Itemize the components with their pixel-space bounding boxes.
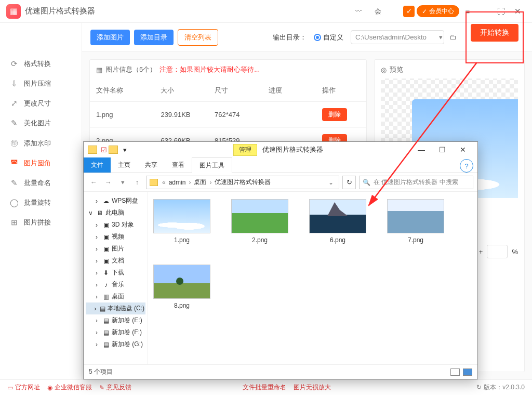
tree-icon: ▣ <box>102 233 110 241</box>
ribbon-home[interactable]: 主页 <box>111 157 138 173</box>
file-grid[interactable]: 1.png2.png6.png7.png8.png <box>148 192 477 364</box>
vip-icon[interactable]: ✓ <box>403 6 415 17</box>
file-thumbnail <box>153 199 210 233</box>
output-path-input[interactable] <box>351 30 444 44</box>
tree-node[interactable]: ›♪音乐 <box>86 279 145 291</box>
nav-history-dropdown[interactable]: ▾ <box>117 177 128 188</box>
tree-expander-icon[interactable]: › <box>93 233 100 241</box>
tree-node[interactable]: ›▣文档 <box>86 255 145 267</box>
ribbon-image-tools[interactable]: 图片工具 <box>192 157 232 173</box>
crumb-dropdown-icon[interactable]: ⌄ <box>325 179 337 186</box>
tree-expander-icon[interactable]: › <box>93 245 100 253</box>
tree-expander-icon[interactable]: › <box>93 305 98 312</box>
sidebar-item-5[interactable]: ◚图片圆角 <box>0 153 82 173</box>
file-item[interactable]: 7.png <box>387 199 444 244</box>
zoom-value-input[interactable] <box>487 245 508 258</box>
path-dropdown-icon[interactable]: ▾ <box>439 33 443 41</box>
vip-center-button[interactable]: ✓会员中心 <box>417 5 459 17</box>
nav-forward[interactable]: → <box>102 177 114 188</box>
tree-node[interactable]: ›▤新加卷 (G:) <box>86 338 145 350</box>
snake-icon: 〰 <box>351 5 365 18</box>
tree-expander-icon[interactable]: › <box>93 281 100 288</box>
footer-wechat[interactable]: ◉企业微信客服 <box>47 383 92 392</box>
file-name: 7.png <box>408 236 423 244</box>
explorer-manage-tab[interactable]: 管理 <box>233 144 257 156</box>
sidebar-item-6[interactable]: ✎批量命名 <box>0 173 82 193</box>
output-custom-radio[interactable]: 自定义 <box>314 33 343 42</box>
view-details-icon[interactable] <box>450 368 460 376</box>
add-image-button[interactable]: 添加图片 <box>90 30 130 45</box>
breadcrumb[interactable]: « admin› 桌面› 优速图片格式转换器 ⌄ <box>146 176 339 189</box>
ribbon-share[interactable]: 共享 <box>138 157 165 173</box>
sidebar-item-3[interactable]: ✎美化图片 <box>0 113 82 133</box>
hui-icon[interactable]: 会 <box>371 5 384 18</box>
tree-label: 本地磁盘 (C:) <box>108 304 144 313</box>
file-item[interactable]: 6.png <box>309 199 366 244</box>
tree-node[interactable]: ›▣3D 对象 <box>86 219 145 231</box>
tree-expander-icon[interactable]: › <box>93 198 100 205</box>
tree-node[interactable]: ›▣视频 <box>86 231 145 243</box>
tree-node[interactable]: ›▤新加卷 (E:) <box>86 314 145 326</box>
file-name: 2.png <box>252 236 268 244</box>
file-item[interactable]: 8.png <box>153 265 210 309</box>
footer-feedback[interactable]: ✎意见反馈 <box>99 383 131 392</box>
explorer-minimize[interactable]: — <box>411 142 432 157</box>
nav-up[interactable]: ↑ <box>131 177 143 188</box>
tree-label: 新加卷 (G:) <box>112 340 143 349</box>
add-dir-button[interactable]: 添加目录 <box>134 30 174 45</box>
sidebar-item-0[interactable]: ⟳格式转换 <box>0 54 82 74</box>
tree-node[interactable]: ›⬇下载 <box>86 267 145 279</box>
tree-label: 3D 对象 <box>112 220 134 229</box>
sidebar-item-7[interactable]: ◯批量旋转 <box>0 193 82 213</box>
tree-expander-icon[interactable]: › <box>93 221 100 229</box>
explorer-check-icon[interactable]: ☑ <box>99 145 109 154</box>
file-item[interactable]: 2.png <box>231 199 288 244</box>
view-thumbs-icon[interactable] <box>463 368 472 376</box>
tree-icon: ▣ <box>102 257 110 265</box>
delete-button[interactable]: 删除 <box>322 108 347 121</box>
explorer-title-dropdown[interactable]: ▾ <box>120 145 129 154</box>
clear-list-button[interactable]: 清空列表 <box>178 29 218 46</box>
file-item[interactable]: 1.png <box>153 199 210 244</box>
folder-tree[interactable]: ›☁WPS网盘∨🖥此电脑›▣3D 对象›▣视频›▣图片›▣文档›⬇下载›♪音乐›… <box>84 192 148 364</box>
tree-node[interactable]: ›▤新加卷 (F:) <box>86 326 145 338</box>
file-thumbnail <box>153 265 210 299</box>
tree-icon: 🖥 <box>96 209 103 217</box>
sidebar-item-2[interactable]: ⤢更改尺寸 <box>0 94 82 113</box>
nav-refresh[interactable]: ↻ <box>342 176 356 189</box>
ribbon-file[interactable]: 文件 <box>84 157 111 173</box>
zoom-plus-button[interactable]: + <box>479 248 483 256</box>
tree-node[interactable]: ›▥桌面 <box>86 291 145 302</box>
tree-expander-icon[interactable]: › <box>93 257 100 265</box>
explorer-search-input[interactable]: 🔍在 优速图片格式转换器 中搜索 <box>359 176 473 189</box>
footer-site[interactable]: ▭官方网址 <box>7 383 40 392</box>
tree-icon: ▤ <box>102 329 110 336</box>
ribbon-view[interactable]: 查看 <box>165 157 192 173</box>
tree-expander-icon[interactable]: › <box>93 269 100 276</box>
tree-node[interactable]: ›▣图片 <box>86 243 145 255</box>
tree-node[interactable]: ∨🖥此电脑 <box>86 207 145 219</box>
nav-back[interactable]: ← <box>88 177 99 188</box>
browse-folder-icon[interactable]: 🗀 <box>447 32 458 43</box>
tree-expander-icon[interactable]: › <box>93 329 100 336</box>
tree-expander-icon[interactable]: › <box>93 341 100 348</box>
tree-icon: ▣ <box>102 245 110 253</box>
sidebar-icon: ⊞ <box>9 218 19 227</box>
sidebar-item-1[interactable]: ⇩图片压缩 <box>0 74 82 94</box>
tree-label: 文档 <box>112 256 124 265</box>
tree-node[interactable]: ›▤本地磁盘 (C:) <box>86 302 145 314</box>
sidebar-item-label: 批量命名 <box>24 178 51 188</box>
tree-expander-icon[interactable]: ∨ <box>87 209 94 217</box>
tree-expander-icon[interactable]: › <box>93 317 100 324</box>
explorer-maximize[interactable]: ☐ <box>432 142 453 157</box>
sidebar-item-8[interactable]: ⊞图片拼接 <box>0 213 82 232</box>
sidebar-icon: ㊞ <box>9 138 19 148</box>
sidebar-item-4[interactable]: ㊞添加水印 <box>0 133 82 153</box>
tree-expander-icon[interactable]: › <box>93 293 100 300</box>
tree-node[interactable]: ›☁WPS网盘 <box>86 195 145 207</box>
ribbon-help-icon[interactable]: ? <box>460 159 473 173</box>
footer-zoom[interactable]: 图片无损放大 <box>294 383 331 392</box>
start-convert-button[interactable]: 开始转换 <box>471 24 518 42</box>
footer-rename[interactable]: 文件批量重命名 <box>243 383 286 392</box>
explorer-close[interactable]: ✕ <box>453 142 473 157</box>
